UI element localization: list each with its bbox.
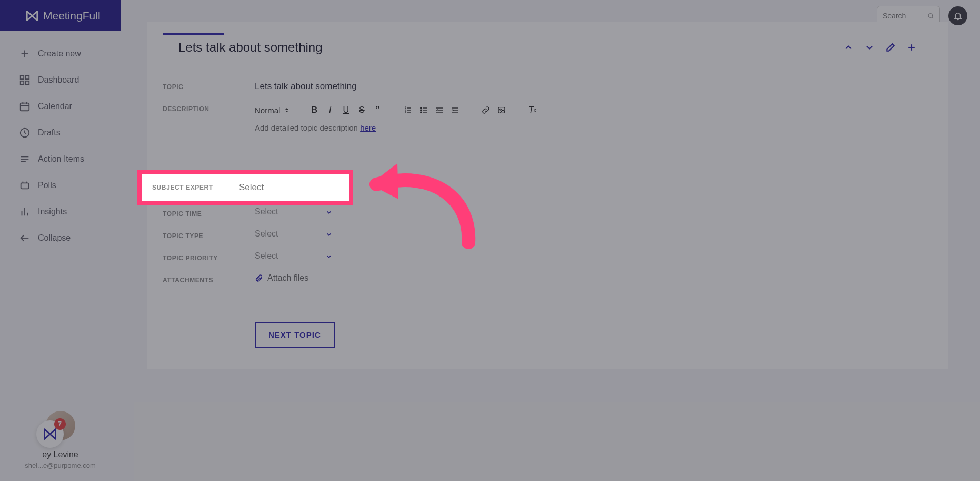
ordered-list-button[interactable]: 123 [401, 103, 415, 117]
bars-icon [19, 206, 31, 218]
subject-expert-input[interactable] [239, 182, 328, 193]
sidebar-item-polls[interactable]: Polls [0, 172, 121, 199]
list-icon [19, 153, 31, 165]
strike-button[interactable]: S [355, 103, 368, 117]
bold-button[interactable]: B [307, 103, 321, 117]
card-title: Lets talk about something [163, 40, 323, 55]
app-badge-icon [43, 427, 57, 441]
select-text: Select [255, 229, 278, 239]
create-new-button[interactable]: Create new [0, 41, 121, 67]
outdent-button[interactable] [433, 103, 446, 117]
sidebar-item-action-items[interactable]: Action Items [0, 146, 121, 172]
attach-label: Attach files [267, 273, 308, 283]
chevron-down-icon [325, 253, 333, 260]
search-icon [927, 12, 934, 20]
svg-point-21 [928, 13, 933, 17]
badge-count: 7 [54, 418, 66, 430]
sidebar-item-label: Polls [38, 181, 56, 190]
svg-rect-4 [21, 81, 24, 84]
clock-icon [19, 127, 31, 139]
unordered-list-button[interactable] [417, 103, 431, 117]
grid-icon [19, 74, 31, 86]
sidebar-item-label: Action Items [38, 154, 84, 164]
underline-button[interactable]: U [339, 103, 353, 117]
calendar-icon [19, 101, 31, 112]
clear-format-button[interactable]: Tx [525, 103, 539, 117]
svg-rect-5 [26, 81, 29, 84]
user-name: ey Levine [0, 450, 121, 459]
main: Lets talk about something TOPIC Lets tal… [147, 22, 948, 481]
quote-button[interactable]: ” [371, 103, 384, 117]
sidebar-item-label: Dashboard [38, 75, 79, 85]
editor-placeholder-link[interactable]: here [360, 123, 376, 132]
svg-point-46 [500, 109, 502, 110]
topic-value[interactable]: Lets talk about something [255, 81, 933, 92]
user-email: shel...e@purpome.com [0, 462, 121, 469]
sidebar-item-label: Insights [38, 207, 67, 217]
svg-marker-25 [285, 108, 288, 110]
topic-time-select[interactable]: Select [255, 207, 933, 217]
image-button[interactable] [495, 103, 508, 117]
plus-icon[interactable] [906, 42, 917, 53]
label-description: DESCRIPTION [163, 103, 255, 113]
editor-area[interactable]: Add detailed topic description here [255, 123, 933, 132]
subject-expert-row-highlight: SUBJECT EXPERT [137, 170, 353, 205]
svg-line-22 [932, 17, 934, 18]
editor-placeholder-text: Add detailed topic description [255, 123, 360, 132]
svg-text:3: 3 [405, 111, 406, 113]
tab-indicator [163, 33, 224, 35]
collapse-button[interactable]: Collapse [0, 225, 121, 251]
link-button[interactable] [479, 103, 493, 117]
editor-style-select[interactable]: Normal [255, 106, 305, 115]
notifications-button[interactable] [948, 6, 967, 25]
editor-toolbar: Normal B I U S ” 123 [255, 103, 933, 117]
sidebar-item-insights[interactable]: Insights [0, 199, 121, 225]
logo-text: MeetingFull [43, 9, 101, 22]
bell-icon [953, 11, 963, 21]
select-text: Select [255, 251, 278, 261]
editor-style-label: Normal [255, 106, 280, 115]
edit-icon[interactable] [885, 42, 896, 53]
svg-marker-26 [285, 111, 288, 112]
label-topic: TOPIC [163, 81, 255, 91]
next-topic-button[interactable]: NEXT TOPIC [255, 322, 335, 348]
sidebar-item-dashboard[interactable]: Dashboard [0, 67, 121, 93]
poll-icon [19, 180, 31, 191]
nav: Create new Dashboard Calendar Drafts Act… [0, 31, 121, 251]
topic-priority-select[interactable]: Select [255, 251, 933, 261]
sidebar-item-drafts[interactable]: Drafts [0, 120, 121, 146]
svg-rect-2 [21, 76, 24, 79]
italic-button[interactable]: I [323, 103, 337, 117]
chevron-up-icon[interactable] [843, 42, 854, 53]
svg-rect-14 [21, 183, 29, 189]
indent-button[interactable] [448, 103, 462, 117]
chevron-down-icon [325, 231, 333, 238]
sidebar: MeetingFull Create new Dashboard Calenda… [0, 0, 121, 481]
paperclip-icon [255, 274, 263, 282]
svg-point-37 [421, 110, 422, 111]
label-topic-priority: TOPIC PRIORITY [163, 251, 255, 262]
sidebar-item-label: Drafts [38, 128, 61, 138]
logo[interactable]: MeetingFull [0, 0, 121, 31]
sort-icon [284, 107, 289, 113]
svg-rect-3 [26, 76, 29, 79]
chevron-down-icon[interactable] [864, 42, 875, 53]
collapse-label: Collapse [38, 233, 71, 243]
arrow-left-icon [19, 232, 31, 244]
label-subject-expert: SUBJECT EXPERT [152, 184, 239, 191]
user-block: 7 ey Levine shel...e@purpome.com [0, 411, 121, 469]
svg-point-38 [421, 112, 422, 113]
plus-icon [19, 48, 31, 60]
sidebar-item-label: Calendar [38, 102, 72, 111]
logo-icon [25, 9, 39, 23]
sidebar-item-calendar[interactable]: Calendar [0, 93, 121, 120]
label-topic-type: TOPIC TYPE [163, 229, 255, 240]
topic-type-select[interactable]: Select [255, 229, 933, 239]
svg-point-36 [421, 107, 422, 109]
create-label: Create new [38, 49, 81, 58]
label-attachments: ATTACHMENTS [163, 273, 255, 284]
attach-files-button[interactable]: Attach files [255, 273, 933, 283]
search-input[interactable] [883, 12, 924, 20]
app-badge[interactable]: 7 [36, 420, 64, 448]
svg-rect-6 [21, 103, 29, 111]
